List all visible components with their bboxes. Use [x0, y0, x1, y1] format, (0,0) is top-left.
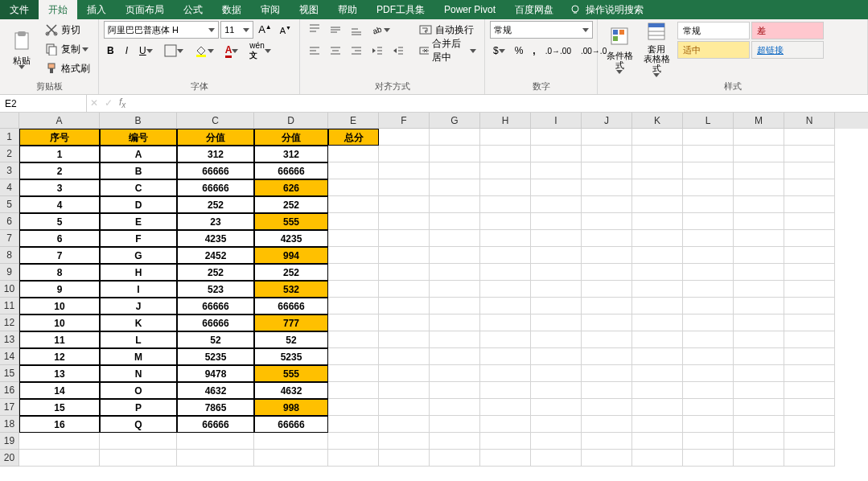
cell-C4[interactable]: 66666: [177, 179, 254, 196]
tab-开始[interactable]: 开始: [39, 0, 77, 19]
row-header-14[interactable]: 14: [0, 348, 19, 365]
cell-E18[interactable]: [328, 416, 379, 433]
cell-J9[interactable]: [582, 264, 632, 281]
row-header-4[interactable]: 4: [0, 179, 19, 196]
cell-styles-gallery[interactable]: 常规 差 适中 超链接: [677, 21, 825, 60]
cell-D2[interactable]: 312: [254, 146, 328, 162]
cell-L4[interactable]: [683, 179, 734, 196]
cell-K15[interactable]: [632, 365, 683, 382]
cell-K13[interactable]: [632, 331, 683, 348]
cell-E3[interactable]: [328, 162, 379, 179]
cell-G11[interactable]: [430, 298, 480, 314]
cell-M12[interactable]: [734, 314, 784, 331]
row-header-19[interactable]: 19: [0, 433, 19, 450]
cell-L15[interactable]: [683, 365, 734, 382]
tab-数据[interactable]: 数据: [212, 0, 251, 19]
cell-N16[interactable]: [784, 382, 835, 399]
cell-A8[interactable]: 7: [19, 247, 100, 264]
cell-H14[interactable]: [480, 348, 531, 365]
cell-F2[interactable]: [379, 146, 430, 162]
cell-J13[interactable]: [582, 331, 632, 348]
cell-A17[interactable]: 15: [19, 399, 100, 416]
row-header-16[interactable]: 16: [0, 382, 19, 399]
tab-Power Pivot[interactable]: Power Pivot: [434, 0, 505, 19]
tab-视图[interactable]: 视图: [290, 0, 328, 19]
cell-I11[interactable]: [531, 298, 582, 314]
cell-L3[interactable]: [683, 162, 734, 179]
cell-A18[interactable]: 16: [19, 416, 100, 433]
align-top-button[interactable]: [305, 21, 324, 39]
cell-M14[interactable]: [734, 348, 784, 365]
cell-I13[interactable]: [531, 331, 582, 348]
cell-H17[interactable]: [480, 399, 531, 416]
cell-B5[interactable]: D: [100, 196, 177, 213]
col-header-D[interactable]: D: [254, 113, 328, 129]
cell-M13[interactable]: [734, 331, 784, 348]
cell-B12[interactable]: K: [100, 314, 177, 331]
cell-G19[interactable]: [430, 433, 480, 450]
cell-L16[interactable]: [683, 382, 734, 399]
cell-J12[interactable]: [582, 314, 632, 331]
cell-F18[interactable]: [379, 416, 430, 433]
tab-页面布局[interactable]: 页面布局: [116, 0, 174, 19]
cell-C18[interactable]: 66666: [177, 416, 254, 433]
cell-K10[interactable]: [632, 281, 683, 298]
cell-K16[interactable]: [632, 382, 683, 399]
cell-H18[interactable]: [480, 416, 531, 433]
tab-帮助[interactable]: 帮助: [328, 0, 367, 19]
cell-J11[interactable]: [582, 298, 632, 314]
tab-百度网盘[interactable]: 百度网盘: [505, 0, 563, 19]
cell-B10[interactable]: I: [100, 281, 177, 298]
cell-I17[interactable]: [531, 399, 582, 416]
cell-H20[interactable]: [480, 450, 531, 467]
cell-K12[interactable]: [632, 314, 683, 331]
col-header-E[interactable]: E: [328, 113, 379, 129]
cell-A7[interactable]: 6: [19, 230, 100, 247]
cell-B6[interactable]: E: [100, 213, 177, 230]
cell-F8[interactable]: [379, 247, 430, 264]
cell-E14[interactable]: [328, 348, 379, 365]
cell-B19[interactable]: [100, 433, 177, 450]
cell-C6[interactable]: 23: [177, 213, 254, 230]
cell-B16[interactable]: O: [100, 382, 177, 399]
cell-J16[interactable]: [582, 382, 632, 399]
tab-插入[interactable]: 插入: [77, 0, 116, 19]
cell-F5[interactable]: [379, 196, 430, 213]
cell-G12[interactable]: [430, 314, 480, 331]
cell-N19[interactable]: [784, 433, 835, 450]
cell-N12[interactable]: [784, 314, 835, 331]
cell-G6[interactable]: [430, 213, 480, 230]
cell-C11[interactable]: 66666: [177, 298, 254, 314]
cell-E13[interactable]: [328, 331, 379, 348]
cell-I1[interactable]: [531, 129, 582, 146]
cell-E8[interactable]: [328, 247, 379, 264]
cell-E1[interactable]: 总分: [328, 129, 379, 146]
cell-H2[interactable]: [480, 146, 531, 162]
cell-D10[interactable]: 532: [254, 281, 328, 298]
cell-E9[interactable]: [328, 264, 379, 281]
cell-F1[interactable]: [379, 129, 430, 146]
cell-C1[interactable]: 分值: [177, 129, 254, 146]
align-center-button[interactable]: [326, 42, 345, 60]
cell-B3[interactable]: B: [100, 162, 177, 179]
cell-M10[interactable]: [734, 281, 784, 298]
cell-D11[interactable]: 66666: [254, 298, 328, 314]
cell-B11[interactable]: J: [100, 298, 177, 314]
cell-F3[interactable]: [379, 162, 430, 179]
cell-K6[interactable]: [632, 213, 683, 230]
cell-I20[interactable]: [531, 450, 582, 467]
col-header-K[interactable]: K: [632, 113, 683, 129]
cell-H7[interactable]: [480, 230, 531, 247]
cell-H15[interactable]: [480, 365, 531, 382]
cell-B15[interactable]: N: [100, 365, 177, 382]
cell-F9[interactable]: [379, 264, 430, 281]
cell-D16[interactable]: 4632: [254, 382, 328, 399]
cell-A15[interactable]: 13: [19, 365, 100, 382]
row-header-7[interactable]: 7: [0, 230, 19, 247]
cell-I2[interactable]: [531, 146, 582, 162]
cell-G18[interactable]: [430, 416, 480, 433]
col-header-A[interactable]: A: [19, 113, 100, 129]
cell-A5[interactable]: 4: [19, 196, 100, 213]
cancel-formula-icon[interactable]: ✕: [90, 97, 98, 109]
cell-G17[interactable]: [430, 399, 480, 416]
